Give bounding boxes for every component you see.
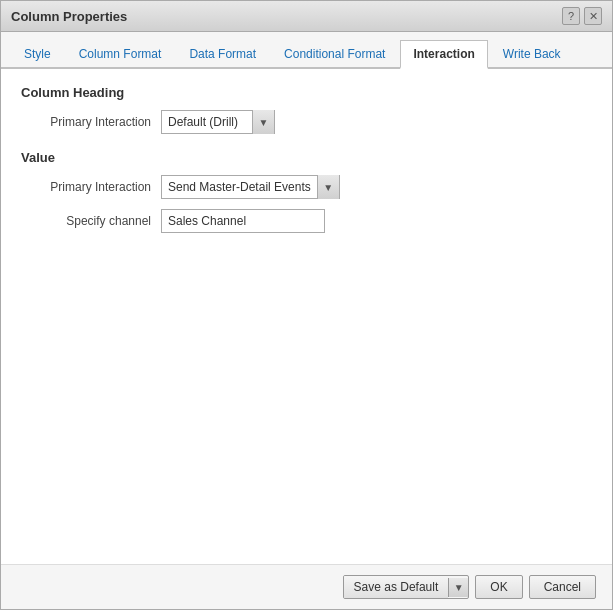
dialog-footer: Save as Default ▼ OK Cancel <box>1 564 612 609</box>
column-heading-primary-interaction-select[interactable]: Default (Drill) ▼ <box>161 110 275 134</box>
tab-column-format[interactable]: Column Format <box>66 40 175 69</box>
tab-interaction[interactable]: Interaction <box>400 40 487 69</box>
column-heading-primary-interaction-label: Primary Interaction <box>21 115 161 129</box>
specify-channel-label: Specify channel <box>21 214 161 228</box>
dialog-titlebar: Column Properties ? ✕ <box>1 1 612 32</box>
dialog-title: Column Properties <box>11 9 127 24</box>
column-heading-primary-interaction-value: Default (Drill) <box>162 115 252 129</box>
tab-data-format[interactable]: Data Format <box>176 40 269 69</box>
cancel-button[interactable]: Cancel <box>529 575 596 599</box>
close-button[interactable]: ✕ <box>584 7 602 25</box>
tab-write-back[interactable]: Write Back <box>490 40 574 69</box>
value-primary-interaction-select[interactable]: Send Master-Detail Events ▼ <box>161 175 340 199</box>
value-primary-interaction-row: Primary Interaction Send Master-Detail E… <box>21 175 592 199</box>
titlebar-actions: ? ✕ <box>562 7 602 25</box>
value-primary-interaction-arrow[interactable]: ▼ <box>317 175 339 199</box>
value-primary-interaction-value: Send Master-Detail Events <box>162 180 317 194</box>
save-as-default-dropdown-arrow[interactable]: ▼ <box>448 578 468 597</box>
column-heading-primary-interaction-row: Primary Interaction Default (Drill) ▼ <box>21 110 592 134</box>
save-as-default-label: Save as Default <box>344 576 449 598</box>
column-heading-section-title: Column Heading <box>21 85 592 100</box>
help-button[interactable]: ? <box>562 7 580 25</box>
column-properties-dialog: Column Properties ? ✕ Style Column Forma… <box>0 0 613 610</box>
value-primary-interaction-label: Primary Interaction <box>21 180 161 194</box>
specify-channel-input[interactable] <box>161 209 325 233</box>
tab-conditional-format[interactable]: Conditional Format <box>271 40 398 69</box>
dialog-body: Column Heading Primary Interaction Defau… <box>1 69 612 564</box>
specify-channel-row: Specify channel <box>21 209 592 233</box>
value-section-title: Value <box>21 150 592 165</box>
value-section: Value Primary Interaction Send Master-De… <box>21 150 592 233</box>
column-heading-primary-interaction-arrow[interactable]: ▼ <box>252 110 274 134</box>
tabs-bar: Style Column Format Data Format Conditio… <box>1 32 612 69</box>
save-as-default-button[interactable]: Save as Default ▼ <box>343 575 470 599</box>
tab-style[interactable]: Style <box>11 40 64 69</box>
ok-button[interactable]: OK <box>475 575 522 599</box>
